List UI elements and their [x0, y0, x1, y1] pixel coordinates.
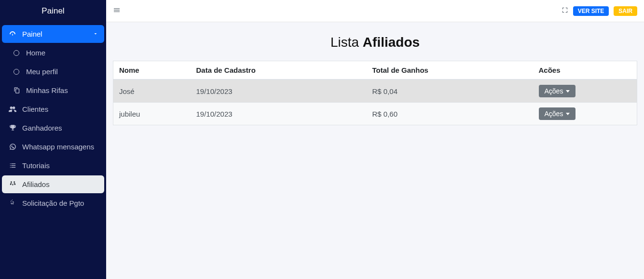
- cell-data: 19/10/2023: [191, 80, 367, 103]
- sidebar-item-meu-perfil[interactable]: Meu perfil: [6, 63, 104, 80]
- acoes-dropdown-button[interactable]: Ações: [539, 107, 576, 120]
- sidebar-item-label: Meu perfil: [26, 67, 58, 76]
- cell-nome: jubileu: [113, 103, 191, 125]
- acoes-label: Ações: [545, 110, 563, 118]
- th-data: Data de Cadastro: [191, 61, 367, 80]
- th-nome: Nome: [113, 61, 191, 80]
- th-acoes: Acões: [533, 61, 637, 80]
- sidebar-item-home[interactable]: Home: [6, 44, 104, 62]
- topbar: VER SITE SAIR: [106, 0, 644, 22]
- caret-down-icon: [566, 113, 570, 115]
- list-icon: [8, 162, 17, 169]
- dollar-icon: [8, 199, 17, 207]
- sidebar-item-label: Clientes: [22, 105, 48, 113]
- caret-down-icon: [566, 90, 570, 93]
- sidebar-item-afiliados[interactable]: Afiliados: [2, 175, 104, 193]
- sidebar-item-painel[interactable]: Painel: [2, 25, 104, 43]
- sidebar-nav: Painel Home Meu perfil M: [0, 22, 106, 215]
- sidebar-title: Painel: [0, 0, 106, 22]
- sair-button[interactable]: SAIR: [614, 6, 637, 16]
- sidebar-item-label: Home: [26, 49, 45, 57]
- content: Lista Afiliados Nome Data de Cadastro To…: [106, 22, 644, 135]
- menu-toggle-icon[interactable]: [113, 6, 121, 15]
- page-title-bold: Afiliados: [363, 35, 420, 50]
- cell-nome: José: [113, 80, 191, 103]
- table-row: jubileu 19/10/2023 R$ 0,60 Ações: [113, 103, 637, 125]
- sidebar-item-label: Ganhadores: [22, 124, 62, 132]
- acoes-label: Ações: [545, 87, 563, 95]
- circle-icon: [12, 50, 21, 56]
- chevron-down-icon: [93, 30, 98, 38]
- sidebar-item-clientes[interactable]: Clientes: [2, 100, 104, 118]
- cell-acoes: Ações: [533, 103, 637, 125]
- page-title-prefix: Lista: [330, 35, 363, 50]
- cell-acoes: Ações: [533, 80, 637, 103]
- main: VER SITE SAIR Lista Afiliados Nome Data …: [106, 0, 644, 279]
- trophy-icon: [8, 124, 17, 132]
- sidebar: Painel Painel Home Meu perfil: [0, 0, 106, 279]
- sidebar-item-label: Afiliados: [22, 180, 50, 188]
- afiliados-table: Nome Data de Cadastro Total de Ganhos Ac…: [113, 61, 637, 125]
- clone-icon: [12, 87, 21, 94]
- circle-icon: [12, 69, 21, 75]
- cell-total: R$ 0,60: [367, 103, 533, 125]
- fullscreen-icon[interactable]: [562, 7, 568, 15]
- sidebar-item-label: Solicitação de Pgto: [22, 199, 84, 207]
- sidebar-item-ganhadores[interactable]: Ganhadores: [2, 119, 104, 137]
- cell-data: 19/10/2023: [191, 103, 367, 125]
- users-icon: [8, 106, 17, 113]
- dashboard-icon: [8, 30, 17, 38]
- ver-site-button[interactable]: VER SITE: [573, 6, 609, 16]
- sidebar-item-label: Painel: [22, 30, 42, 38]
- sidebar-item-minhas-rifas[interactable]: Minhas Rifas: [6, 81, 104, 99]
- table-row: José 19/10/2023 R$ 0,04 Ações: [113, 80, 637, 103]
- sidebar-item-label: Whatsapp mensagens: [22, 143, 94, 151]
- sidebar-item-whatsapp[interactable]: Whatsapp mensagens: [2, 138, 104, 156]
- sidebar-item-tutoriais[interactable]: Tutoriais: [2, 157, 104, 174]
- page-title: Lista Afiliados: [113, 35, 637, 50]
- sidebar-item-label: Tutoriais: [22, 161, 50, 170]
- whatsapp-icon: [8, 143, 17, 150]
- cell-total: R$ 0,04: [367, 80, 533, 103]
- acoes-dropdown-button[interactable]: Ações: [539, 85, 576, 97]
- sidebar-item-solicitacao-pgto[interactable]: Solicitação de Pgto: [2, 194, 104, 212]
- th-total: Total de Ganhos: [367, 61, 533, 80]
- people-arrows-icon: [8, 181, 17, 188]
- sidebar-item-label: Minhas Rifas: [26, 86, 68, 94]
